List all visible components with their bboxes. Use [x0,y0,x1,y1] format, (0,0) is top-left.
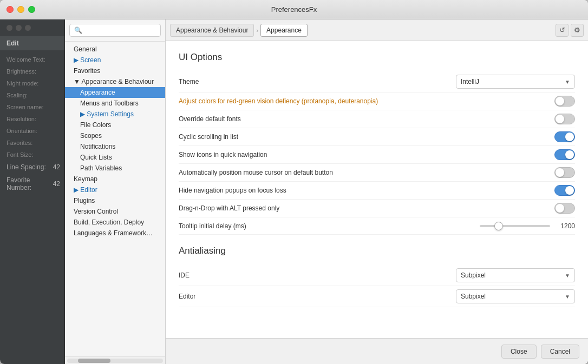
content-header: Appearance & Behaviour › Appearance ↺ ⚙ [166,19,588,41]
line-spacing-value: 42 [53,163,60,171]
hide-nav-toggle[interactable] [554,185,575,196]
auto-position-row: Automatically position mouse cursor on d… [179,164,575,182]
override-fonts-toggle[interactable] [554,114,575,124]
cyclic-scrolling-toggle[interactable] [554,131,575,142]
close-button[interactable] [6,6,14,13]
scrollbar-track [67,359,163,363]
edit-label: Edit [0,36,64,50]
sidebar-scrollbar-x[interactable] [65,356,165,364]
override-fonts-thumb [556,115,564,123]
sidebar-item-languages[interactable]: Languages & Framework… [65,228,165,239]
screen-name-label: Screen name: [0,101,64,113]
search-container [65,19,165,42]
sidebar-item-path-variables[interactable]: Path Variables [65,163,165,174]
refresh-button[interactable]: ↺ [556,24,569,37]
adjust-colors-label: Adjust colors for red-green vision defie… [179,97,554,105]
sidebar-item-build-exec[interactable]: Build, Execution, Deploy [65,217,165,228]
auto-position-toggle[interactable] [554,167,575,178]
tooltip-slider[interactable] [480,225,550,227]
search-input[interactable] [69,24,161,37]
adjust-colors-thumb [556,97,564,105]
sidebar: General ▶ Screen Favorites ▼ Appearance … [65,19,166,364]
antialiasing-title: Antialiasing [179,246,575,256]
drag-drop-label: Drag-n-Drop with ALT pressed only [179,204,554,212]
drag-drop-thumb [556,204,564,213]
breadcrumb-appearance[interactable]: Appearance [260,24,308,37]
slider-container: 1200 [480,222,575,230]
favorite-number-label: Favorite Number: 42 [0,174,64,194]
show-icons-label: Show icons in quick navigation [179,151,554,158]
left-panel: Edit Welcome Text: Brightness: Night mod… [0,19,65,364]
sidebar-item-menus-toolbars[interactable]: Menus and Toolbars [65,98,165,109]
auto-position-label: Automatically position mouse cursor on d… [179,169,554,176]
sidebar-item-keymap[interactable]: Keymap [65,174,165,184]
favorites-label: Favorites: [0,137,64,149]
sidebar-item-appearance[interactable]: Appearance [65,87,165,98]
breadcrumb-appearance-behaviour[interactable]: Appearance & Behaviour [170,24,254,37]
cyclic-scrolling-label: Cyclic scrolling in list [179,133,554,141]
editor-antialiasing-dropdown[interactable]: Subpixel ▼ [456,289,575,303]
cyclic-scrolling-thumb [565,133,574,141]
theme-dropdown-arrow: ▼ [565,79,570,85]
scrollbar-thumb [78,359,110,363]
theme-row: Theme IntelliJ ▼ [179,71,575,92]
maximize-button[interactable] [28,6,35,13]
theme-value: IntelliJ [461,78,479,85]
panel-dots [0,19,64,36]
tooltip-slider-value: 1200 [556,222,575,230]
sidebar-item-editor[interactable]: ▶ Editor [65,184,165,195]
ide-antialiasing-dropdown[interactable]: Subpixel ▼ [456,268,575,282]
favorite-number-value: 42 [53,180,60,188]
ide-antialiasing-value: Subpixel [461,272,486,279]
sidebar-item-quick-lists[interactable]: Quick Lists [65,152,165,163]
line-spacing-label: Line Spacing: 42 [0,161,64,174]
drag-drop-row: Drag-n-Drop with ALT pressed only [179,200,575,217]
close-button[interactable]: Close [501,345,537,359]
content-footer: Close Cancel [166,338,588,364]
override-fonts-row: Override default fonts [179,110,575,128]
drag-drop-toggle[interactable] [554,203,575,214]
sidebar-item-system-settings[interactable]: ▶ System Settings [65,109,165,120]
cyclic-scrolling-row: Cyclic scrolling in list [179,128,575,146]
sidebar-item-scopes[interactable]: Scopes [65,130,165,141]
theme-dropdown[interactable]: IntelliJ ▼ [456,75,575,89]
night-mode-label: Night mode: [0,77,64,89]
hide-nav-label: Hide navigation popups on focus loss [179,187,554,194]
breadcrumb-arrow: › [256,27,258,34]
tooltip-delay-row: Tooltip initial delay (ms) 1200 [179,217,575,235]
ide-antialiasing-arrow: ▼ [565,273,570,279]
sidebar-tree: General ▶ Screen Favorites ▼ Appearance … [65,42,165,356]
editor-antialiasing-value: Subpixel [461,293,486,300]
editor-antialiasing-label: Editor [179,293,456,300]
sidebar-item-favorites[interactable]: Favorites [65,65,165,76]
sidebar-item-version-control[interactable]: Version Control [65,206,165,217]
ide-antialiasing-label: IDE [179,272,456,279]
sidebar-item-general[interactable]: General [65,44,165,55]
hide-nav-row: Hide navigation popups on focus loss [179,182,575,200]
dot3 [25,25,31,31]
dot1 [6,25,12,31]
hide-nav-thumb [565,186,574,195]
sidebar-item-plugins[interactable]: Plugins [65,195,165,206]
settings-button[interactable]: ⚙ [571,24,584,37]
editor-antialiasing-arrow: ▼ [565,294,570,300]
resolution-label: Resolution: [0,113,64,125]
adjust-colors-toggle[interactable] [554,96,575,107]
cancel-button[interactable]: Cancel [541,345,579,359]
scaling-label: Scaling: [0,89,64,101]
sidebar-item-file-colors[interactable]: File Colors [65,120,165,130]
minimize-button[interactable] [17,6,24,13]
toolbar-right: ↺ ⚙ [556,24,584,37]
font-size-label: Font Size: [0,149,64,161]
sidebar-item-screen[interactable]: ▶ Screen [65,55,165,65]
antialiasing-section: Antialiasing IDE Subpixel ▼ Editor Subpi… [179,246,575,307]
content: Appearance & Behaviour › Appearance ↺ ⚙ … [166,19,588,364]
content-scroll[interactable]: UI Options Theme IntelliJ ▼ Adjust color… [166,41,588,338]
show-icons-toggle[interactable] [554,149,575,160]
window: PreferencesFx Edit Welcome Text: Brightn… [0,0,588,364]
show-icons-row: Show icons in quick navigation [179,146,575,164]
theme-label: Theme [179,78,456,85]
sidebar-item-appearance-behaviour[interactable]: ▼ Appearance & Behaviour [65,76,165,87]
adjust-colors-row: Adjust colors for red-green vision defie… [179,92,575,110]
sidebar-item-notifications[interactable]: Notifications [65,141,165,152]
